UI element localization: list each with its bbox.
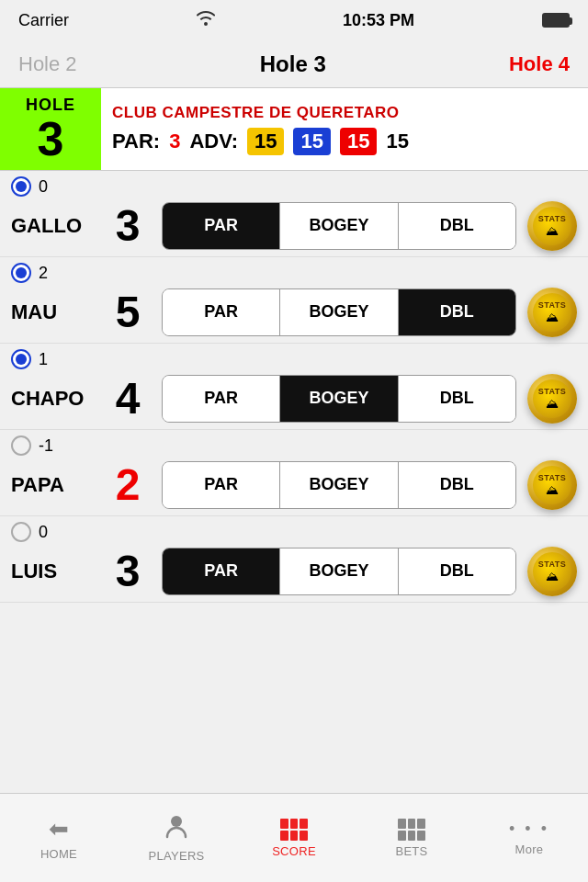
next-hole[interactable]: Hole 4 [509,52,570,76]
score-buttons: PAR BOGEY DBL [162,202,516,250]
player-row: 2 MAU 5 PAR BOGEY DBL STATS ⛰ [0,257,588,344]
tab-home-label: HOME [40,847,77,861]
player-indicator [11,176,31,197]
player-name: MAU [11,300,94,324]
tab-home[interactable]: ⬅ HOME [0,794,118,882]
navigation-header: Hole 2 Hole 3 Hole 4 [0,40,588,88]
player-row: 0 LUIS 3 PAR BOGEY DBL STATS ⛰ [0,516,588,603]
score-buttons: PAR BOGEY DBL [162,548,516,595]
stats-label: STATS [538,560,567,569]
players-icon [164,813,189,845]
player-handicap: 2 [39,264,48,283]
player-indicator [11,263,31,283]
player-name: CHAPO [11,387,94,411]
stats-label: STATS [538,473,567,482]
player-score: 3 [105,200,151,251]
tab-bets-label: BETS [395,844,427,858]
player-handicap: 0 [39,523,48,542]
player-score: 2 [105,459,151,510]
player-score: 3 [105,546,151,596]
bogey-button[interactable]: BOGEY [280,203,398,249]
stats-coin[interactable]: STATS ⛰ [527,374,577,424]
par-button[interactable]: PAR [163,548,280,594]
stats-coin[interactable]: STATS ⛰ [527,460,577,510]
player-indicator [11,522,31,542]
stats-coin[interactable]: STATS ⛰ [527,547,577,596]
hole-details: CLUB CAMPESTRE DE QUERETARO PAR: 3 ADV: … [101,88,588,170]
bogey-button[interactable]: BOGEY [280,462,398,508]
hole-info-section: HOLE 3 CLUB CAMPESTRE DE QUERETARO PAR: … [0,88,588,171]
par-label: PAR: [112,130,160,153]
hole-badge: HOLE 3 [0,88,101,170]
carrier-label: Carrier [18,11,69,30]
svg-point-0 [171,816,182,827]
adv-badge-yellow: 15 [247,128,284,155]
player-row: -1 PAPA 2 PAR BOGEY DBL STATS ⛰ [0,430,588,516]
player-name: PAPA [11,473,94,497]
adv-label: ADV: [189,130,238,153]
par-value: 3 [169,130,180,153]
par-adv-row: PAR: 3 ADV: 15 15 15 15 [112,128,577,155]
bogey-button[interactable]: BOGEY [280,548,398,594]
dbl-button[interactable]: DBL [399,548,515,594]
score-buttons: PAR BOGEY DBL [162,461,516,509]
time-display: 10:53 PM [343,11,414,30]
tab-score[interactable]: SCORE [235,794,353,882]
stats-label: STATS [538,387,567,396]
player-name: LUIS [11,560,94,583]
current-hole: Hole 3 [260,51,326,77]
adv-badge-blue: 15 [293,128,330,155]
dbl-button[interactable]: DBL [399,376,515,422]
player-score: 5 [105,287,151,337]
player-handicap: 1 [39,350,48,369]
stats-coin[interactable]: STATS ⛰ [527,288,577,337]
bets-icon [398,819,425,841]
par-button[interactable]: PAR [163,462,280,508]
stats-label: STATS [538,300,567,310]
wifi-icon [197,11,215,30]
bogey-button[interactable]: BOGEY [280,289,398,335]
player-row: 0 GALLO 3 PAR BOGEY DBL STATS ⛰ [0,171,588,257]
stats-coin[interactable]: STATS ⛰ [527,201,577,251]
home-icon: ⬅ [49,815,69,843]
players-section: 0 GALLO 3 PAR BOGEY DBL STATS ⛰ 2 MAU [0,171,588,603]
player-handicap: -1 [39,436,53,456]
tab-more-label: More [515,842,544,856]
tab-score-label: SCORE [272,844,316,858]
tab-players[interactable]: PLAYERS [118,794,235,882]
player-row: 1 CHAPO 4 PAR BOGEY DBL STATS ⛰ [0,344,588,430]
tab-more[interactable]: • • • More [470,794,588,882]
player-indicator [11,349,31,369]
dbl-button[interactable]: DBL [399,462,515,508]
adv-plain: 15 [386,130,408,153]
par-button[interactable]: PAR [163,376,280,422]
hole-number: 3 [38,115,64,163]
player-name: GALLO [11,214,94,238]
score-icon [280,819,308,841]
stats-label: STATS [538,214,567,223]
adv-badge-red: 15 [340,128,377,155]
prev-hole[interactable]: Hole 2 [18,52,77,76]
score-buttons: PAR BOGEY DBL [162,375,516,423]
par-button[interactable]: PAR [163,203,280,249]
more-icon: • • • [509,820,549,839]
tab-bar: ⬅ HOME PLAYERS SCORE BETS • • • More [0,793,588,882]
battery-icon [542,13,570,28]
bogey-button[interactable]: BOGEY [280,376,398,422]
player-score: 4 [105,373,151,424]
club-name: CLUB CAMPESTRE DE QUERETARO [112,104,577,122]
player-indicator [11,435,31,456]
par-button[interactable]: PAR [163,289,280,335]
dbl-button[interactable]: DBL [399,289,515,335]
tab-players-label: PLAYERS [148,849,204,863]
score-buttons: PAR BOGEY DBL [162,288,516,336]
dbl-button[interactable]: DBL [399,203,515,249]
status-bar: Carrier 10:53 PM [0,0,588,40]
player-handicap: 0 [39,177,48,197]
tab-bets[interactable]: BETS [353,794,470,882]
